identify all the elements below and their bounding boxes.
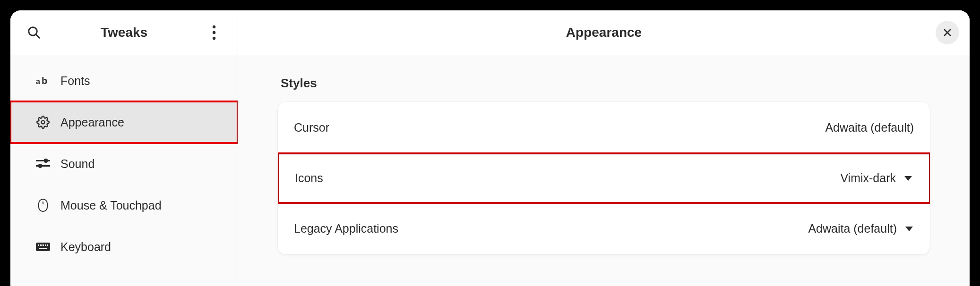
row-cursor[interactable]: Cursor Adwaita (default) — [278, 102, 930, 153]
svg-line-1 — [36, 34, 39, 38]
sidebar-item-appearance[interactable]: Appearance — [10, 101, 238, 143]
sidebar-item-label: Keyboard — [60, 240, 111, 254]
sidebar-item-keyboard[interactable]: Keyboard — [10, 226, 238, 268]
row-value: Adwaita (default) — [825, 121, 914, 135]
main-header: Appearance — [238, 10, 970, 55]
tweaks-window: Tweaks a b Fonts — [10, 10, 970, 286]
dropdown-icons[interactable]: Vimix-dark — [840, 171, 913, 185]
svg-rect-17 — [43, 244, 44, 246]
sidebar-item-label: Sound — [60, 157, 95, 171]
svg-rect-18 — [45, 244, 46, 246]
svg-point-3 — [213, 31, 215, 34]
svg-marker-23 — [904, 176, 912, 181]
svg-point-11 — [44, 159, 48, 163]
sidebar-header: Tweaks — [10, 10, 238, 55]
sidebar: Tweaks a b Fonts — [10, 10, 238, 286]
content-area: Styles Cursor Adwaita (default) Icons Vi… — [238, 55, 970, 286]
sidebar-item-sound[interactable]: Sound — [10, 143, 238, 185]
sidebar-item-mouse-touchpad[interactable]: Mouse & Touchpad — [10, 185, 238, 226]
svg-marker-24 — [905, 227, 913, 231]
close-icon — [943, 28, 952, 37]
row-value: Vimix-dark — [840, 171, 896, 185]
section-label-styles: Styles — [281, 76, 930, 91]
fonts-icon: a b — [36, 76, 50, 86]
svg-point-9 — [38, 164, 43, 168]
row-value-group: Adwaita (default) — [825, 121, 914, 135]
row-legacy-applications[interactable]: Legacy Applications Adwaita (default) — [278, 203, 930, 254]
mouse-icon — [36, 198, 50, 212]
svg-point-7 — [42, 121, 45, 124]
page-title: Appearance — [566, 25, 642, 40]
kebab-menu-button[interactable] — [201, 19, 227, 46]
kebab-icon — [212, 25, 216, 40]
styles-card: Cursor Adwaita (default) Icons Vimix-dar… — [278, 102, 930, 254]
keyboard-icon — [36, 242, 50, 252]
row-icons[interactable]: Icons Vimix-dark — [278, 152, 930, 204]
svg-rect-20 — [39, 248, 47, 249]
row-label: Cursor — [294, 121, 329, 135]
svg-point-4 — [213, 37, 215, 40]
sidebar-item-label: Mouse & Touchpad — [60, 199, 162, 212]
sidebar-item-label: Appearance — [60, 116, 124, 129]
svg-point-2 — [213, 25, 215, 28]
row-label: Icons — [295, 171, 323, 185]
sidebar-item-fonts[interactable]: a b Fonts — [10, 60, 238, 101]
sound-icon — [36, 159, 50, 169]
row-value: Adwaita (default) — [808, 222, 897, 236]
svg-text:b: b — [42, 76, 47, 86]
svg-rect-19 — [47, 244, 48, 246]
svg-rect-15 — [38, 244, 39, 246]
chevron-down-icon — [903, 175, 913, 182]
svg-rect-12 — [39, 199, 47, 211]
row-label: Legacy Applications — [294, 222, 398, 236]
gear-icon — [36, 116, 50, 129]
main-panel: Appearance Styles Cursor Adwaita (defaul… — [238, 10, 970, 286]
svg-rect-16 — [40, 244, 42, 246]
dropdown-legacy-applications[interactable]: Adwaita (default) — [808, 222, 914, 236]
sidebar-list: a b Fonts Appearance — [10, 55, 238, 286]
chevron-down-icon — [904, 226, 914, 232]
svg-rect-14 — [36, 243, 50, 251]
sidebar-item-label: Fonts — [60, 74, 90, 88]
search-icon — [27, 25, 41, 40]
search-button[interactable] — [21, 19, 47, 46]
svg-text:a: a — [36, 77, 40, 85]
sidebar-title: Tweaks — [47, 25, 201, 40]
close-button[interactable] — [936, 21, 959, 44]
